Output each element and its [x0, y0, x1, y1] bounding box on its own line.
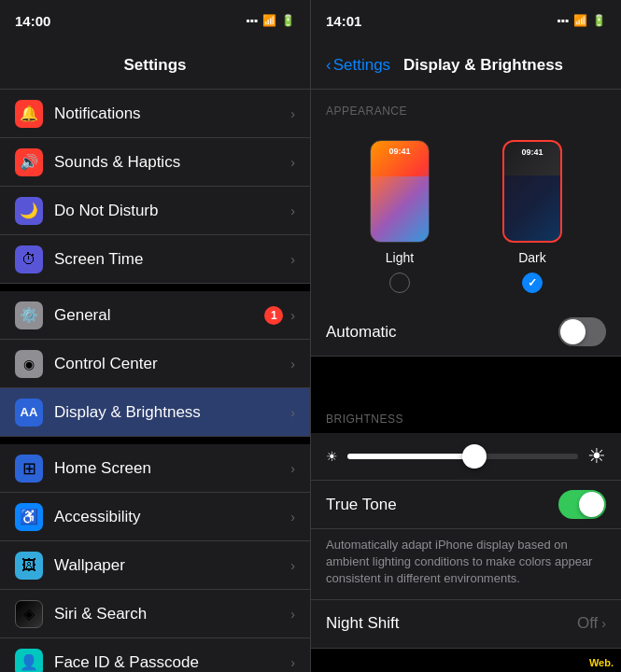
chevron-icon: ›: [290, 308, 295, 323]
divider1: [0, 284, 310, 291]
light-label: Light: [386, 250, 414, 265]
sounds-icon: 🔊: [15, 148, 43, 176]
divider2: [0, 437, 310, 444]
chevron-icon: ›: [290, 405, 295, 420]
appearance-header: APPEARANCE: [311, 90, 621, 125]
settings-item-notifications[interactable]: 🔔 Notifications ›: [0, 90, 310, 138]
general-icon: ⚙️: [15, 301, 43, 329]
brightness-slider-container: ☀ ☀: [311, 433, 621, 481]
dark-radio[interactable]: ✓: [522, 273, 543, 293]
right-wifi-icon: 📶: [573, 14, 587, 27]
left-panel: 14:00 ▪▪▪ 📶 🔋 Settings 🔔 Notifications ›…: [0, 0, 310, 672]
dnd-icon: 🌙: [15, 197, 43, 225]
settings-item-sounds[interactable]: 🔊 Sounds & Haptics ›: [0, 138, 310, 187]
settings-item-accessibility[interactable]: ♿ Accessibility ›: [0, 493, 310, 541]
accessibility-icon: ♿: [15, 503, 43, 531]
settings-header: Settings: [0, 41, 310, 90]
brightness-slider-row: ☀ ☀: [326, 444, 606, 469]
home-screen-icon: ⊞: [15, 455, 43, 483]
control-center-icon: ◉: [15, 350, 43, 378]
display-title: Display & Brightness: [398, 56, 569, 75]
dark-label: Dark: [518, 250, 546, 265]
sun-small-icon: ☀: [326, 449, 338, 464]
dark-option[interactable]: 09:41 Dark ✓: [502, 140, 562, 293]
chevron-icon: ›: [290, 510, 295, 525]
home-screen-label: Home Screen: [54, 459, 290, 478]
settings-item-face-id[interactable]: 👤 Face ID & Passcode ›: [0, 638, 310, 672]
settings-item-siri[interactable]: ◈ Siri & Search ›: [0, 590, 310, 638]
section-divider2: [311, 649, 621, 672]
screen-time-label: Screen Time: [54, 250, 290, 269]
automatic-label: Automatic: [326, 323, 558, 342]
chevron-icon: ›: [290, 252, 295, 267]
settings-item-dnd[interactable]: 🌙 Do Not Disturb ›: [0, 187, 310, 235]
settings-item-general[interactable]: ⚙️ General 1 ›: [0, 291, 310, 340]
chevron-icon: ›: [290, 106, 295, 121]
night-shift-value: Off: [577, 614, 598, 633]
brightness-header: BRIGHTNESS: [311, 398, 621, 433]
siri-icon: ◈: [15, 600, 43, 628]
true-tone-row: True Tone: [311, 481, 621, 529]
appearance-section: APPEARANCE 09:41 Light 09:41: [311, 90, 621, 357]
screen-time-icon: ⏱: [15, 245, 43, 273]
true-tone-toggle[interactable]: [558, 490, 606, 519]
settings-item-display[interactable]: AA Display & Brightness ›: [0, 388, 310, 437]
settings-item-wallpaper[interactable]: 🖼 Wallpaper ›: [0, 541, 310, 590]
right-signal-icon: ▪▪▪: [557, 14, 569, 27]
settings-item-screen-time[interactable]: ⏱ Screen Time ›: [0, 235, 310, 284]
watermark: Web.: [589, 657, 614, 668]
settings-item-home-screen[interactable]: ⊞ Home Screen ›: [0, 444, 310, 493]
true-tone-thumb: [579, 492, 604, 517]
true-tone-description: Automatically adapt iPhone display based…: [311, 529, 621, 600]
true-tone-label: True Tone: [326, 496, 558, 514]
settings-list: 🔔 Notifications › 🔊 Sounds & Haptics › 🌙…: [0, 90, 310, 672]
appearance-options: 09:41 Light 09:41 Dark ✓: [311, 125, 621, 308]
light-radio[interactable]: [389, 273, 410, 293]
display-label: Display & Brightness: [54, 403, 290, 422]
display-icon: AA: [15, 399, 43, 427]
right-status-bar: 14:01 ▪▪▪ 📶 🔋: [311, 0, 621, 41]
night-shift-row[interactable]: Night Shift Off ›: [311, 600, 621, 649]
settings-item-control-center[interactable]: ◉ Control Center ›: [0, 340, 310, 388]
battery-icon: 🔋: [281, 14, 295, 27]
wallpaper-icon: 🖼: [15, 552, 43, 580]
dark-preview: 09:41: [502, 140, 562, 243]
chevron-icon: ›: [290, 461, 295, 476]
light-preview: 09:41: [370, 140, 430, 243]
dark-time: 09:41: [504, 147, 560, 157]
dark-screen: [504, 175, 560, 241]
automatic-row: Automatic: [311, 308, 621, 357]
accessibility-label: Accessibility: [54, 508, 290, 526]
left-status-bar: 14:00 ▪▪▪ 📶 🔋: [0, 0, 310, 41]
toggle-thumb: [560, 319, 586, 344]
right-panel: 14:01 ▪▪▪ 📶 🔋 ‹ Settings Display & Brigh…: [310, 0, 621, 672]
back-button[interactable]: ‹ Settings: [326, 56, 390, 75]
dnd-label: Do Not Disturb: [54, 202, 290, 220]
light-time: 09:41: [371, 147, 429, 156]
display-header: ‹ Settings Display & Brightness: [311, 41, 621, 90]
back-chevron-icon: ‹: [326, 56, 332, 75]
chevron-icon: ›: [290, 155, 295, 170]
chevron-icon: ›: [290, 655, 295, 670]
left-status-time: 14:00: [15, 13, 50, 29]
night-shift-label: Night Shift: [326, 614, 577, 633]
sun-large-icon: ☀: [587, 444, 606, 469]
light-option[interactable]: 09:41 Light: [370, 140, 430, 293]
automatic-toggle[interactable]: [558, 317, 606, 346]
checkmark-icon: ✓: [528, 276, 537, 289]
right-status-icons: ▪▪▪ 📶 🔋: [557, 14, 606, 27]
settings-title: Settings: [123, 56, 186, 75]
section-divider1: [311, 364, 621, 398]
right-content: APPEARANCE 09:41 Light 09:41: [311, 90, 621, 672]
chevron-icon: ›: [290, 607, 295, 622]
right-status-time: 14:01: [326, 13, 361, 29]
brightness-section: BRIGHTNESS ☀ ☀ True Tone Automatica: [311, 398, 621, 649]
general-badge: 1: [264, 306, 283, 325]
brightness-thumb[interactable]: [462, 444, 487, 469]
brightness-track[interactable]: [347, 454, 578, 459]
face-id-label: Face ID & Passcode: [54, 653, 290, 672]
wallpaper-label: Wallpaper: [54, 556, 290, 575]
sounds-label: Sounds & Haptics: [54, 153, 290, 172]
notifications-icon: 🔔: [15, 100, 43, 128]
chevron-icon: ›: [290, 357, 295, 371]
